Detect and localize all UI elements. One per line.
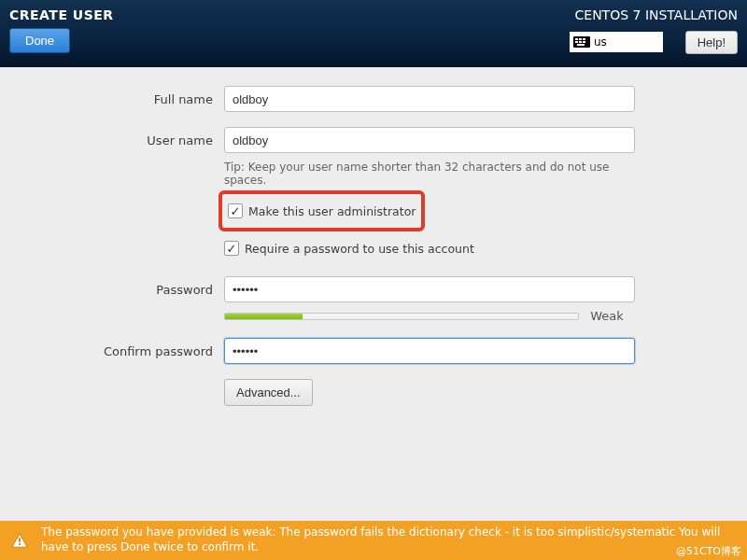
create-user-form: Full name User name Tip: Keep your user … [0,67,747,406]
confirm-password-input[interactable] [224,338,635,364]
warning-bar: The password you have provided is weak: … [0,521,747,560]
fullname-label: Full name [0,92,224,106]
help-button[interactable]: Help! [685,31,738,54]
keyboard-layout-label: us [594,35,607,49]
keyboard-layout-selector[interactable]: us [570,32,663,52]
page-title: CREATE USER [9,7,114,22]
username-label: User name [0,133,224,147]
annotation-highlight: Make this user administrator [218,190,425,231]
confirm-password-label: Confirm password [0,344,224,358]
svg-rect-1 [19,538,21,542]
password-strength-label: Weak [590,309,624,323]
advanced-button[interactable]: Advanced... [224,379,313,406]
password-input[interactable] [224,276,635,302]
username-input[interactable] [224,127,635,153]
warning-icon [11,532,28,549]
make-admin-checkbox[interactable] [228,203,243,218]
installer-title: CENTOS 7 INSTALLATION [575,7,738,22]
password-label: Password [0,283,224,297]
header-bar: CREATE USER Done CENTOS 7 INSTALLATION u… [0,0,747,67]
watermark: @51CTO博客 [676,544,741,558]
fullname-input[interactable] [224,86,635,112]
password-strength-fill [225,314,303,319]
username-tip: Tip: Keep your user name shorter than 32… [224,161,644,187]
make-admin-label: Make this user administrator [248,204,416,218]
svg-rect-2 [19,543,21,545]
require-password-label: Require a password to use this account [245,242,474,256]
warning-text: The password you have provided is weak: … [41,525,736,554]
done-button[interactable]: Done [9,28,70,53]
keyboard-icon [573,36,590,48]
require-password-checkbox[interactable] [224,241,239,256]
password-strength-meter [224,313,579,320]
